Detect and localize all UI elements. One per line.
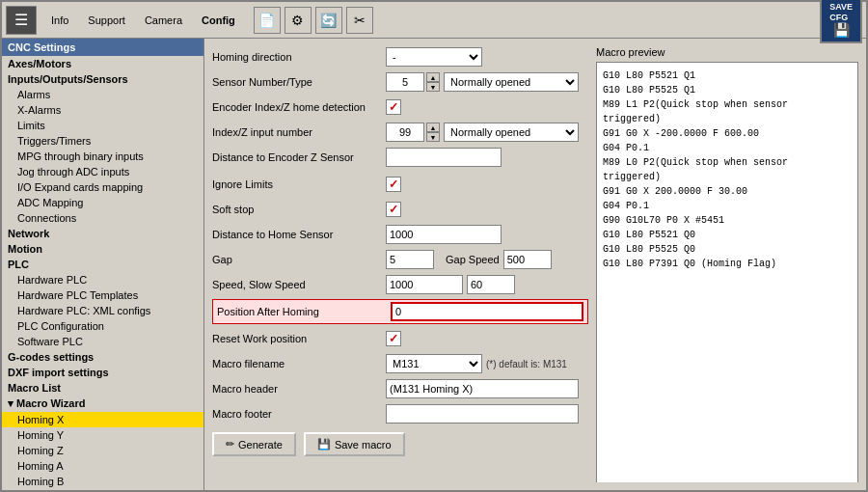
index-z-type-select[interactable]: Normally opened Normally closed: [444, 123, 579, 142]
sensor-type-select[interactable]: Normally opened Normally closed: [444, 72, 579, 92]
homing-direction-control: - +: [386, 47, 588, 67]
encoder-index-label: Encoder Index/Z home detection: [212, 101, 386, 113]
macro-header-row: Macro header: [212, 378, 588, 399]
toolbar-tabs: Info Support Camera Config: [42, 12, 244, 29]
macro-header-label: Macro header: [212, 383, 386, 395]
content-area: CNC Settings Axes/Motors Inputs/Outputs/…: [2, 39, 866, 490]
gap-control: Gap Speed: [386, 250, 588, 269]
sidebar-item-hw-plc-xml[interactable]: Hardware PLC: XML configs: [2, 303, 203, 318]
position-after-label: Position After Homing: [217, 306, 391, 317]
position-after-control: [391, 302, 583, 321]
macro-footer-input[interactable]: [386, 404, 579, 424]
sidebar-item-macro-wizard[interactable]: ▾ Macro Wizard: [2, 396, 203, 412]
sensor-spinner-up[interactable]: ▲: [426, 72, 440, 82]
macro-filename-select[interactable]: M131: [386, 354, 482, 373]
sidebar-item-homing-c[interactable]: Homing C: [2, 489, 203, 490]
gap-label: Gap: [212, 254, 386, 265]
sidebar-item-sw-plc[interactable]: Software PLC: [2, 334, 203, 349]
sidebar-item-mpg[interactable]: MPG through binary inputs: [2, 149, 203, 164]
save-cfg-label: SAVECFG: [829, 2, 853, 23]
preview-line: G04 P0.1: [603, 141, 852, 155]
ignore-limits-checkbox[interactable]: [386, 177, 401, 192]
save-macro-button[interactable]: 💾 Save macro: [304, 432, 405, 456]
sidebar-item-macro-list[interactable]: Macro List: [2, 380, 203, 396]
sensor-spinner-down[interactable]: ▼: [426, 82, 440, 92]
dist-home-label: Distance to Home Sensor: [212, 229, 386, 240]
sensor-number-input[interactable]: [386, 72, 424, 92]
sidebar-item-homing-a[interactable]: Homing A: [2, 458, 203, 474]
toolbar-icon-doc[interactable]: 📄: [254, 7, 281, 34]
index-z-control: ▲ ▼ Normally opened Normally closed: [386, 123, 588, 142]
tab-config[interactable]: Config: [193, 12, 244, 29]
sidebar-item-hw-plc[interactable]: Hardware PLC: [2, 272, 203, 287]
sidebar-item-jog[interactable]: Jog through ADC inputs: [2, 164, 203, 179]
preview-line: G10 L80 P5525 Q1: [603, 83, 852, 97]
tab-support[interactable]: Support: [79, 12, 134, 29]
homing-direction-label: Homing direction: [212, 51, 386, 63]
sidebar-item-gcodes[interactable]: G-codes settings: [2, 349, 203, 365]
preview-line: G91 G0 X 200.0000 F 30.00: [603, 184, 852, 199]
macro-header-input[interactable]: [386, 379, 579, 398]
sidebar-item-plc-config[interactable]: PLC Configuration: [2, 318, 203, 334]
encoder-index-row: Encoder Index/Z home detection: [212, 96, 588, 118]
speed-input[interactable]: [386, 275, 463, 294]
sidebar-item-limits[interactable]: Limits: [2, 118, 203, 133]
toolbar-icons: 📄 ⚙ 🔄 ✂: [254, 7, 373, 34]
macro-filename-control: M131 (*) default is: M131: [386, 354, 588, 373]
sidebar-item-axes[interactable]: Axes/Motors: [2, 56, 203, 71]
gap-input[interactable]: [386, 250, 434, 269]
homing-direction-select[interactable]: - +: [386, 47, 482, 67]
sidebar-item-io-expand[interactable]: I/O Expand cards mapping: [2, 179, 203, 195]
sidebar-item-adc[interactable]: ADC Mapping: [2, 195, 203, 210]
sidebar-item-connections[interactable]: Connections: [2, 210, 203, 226]
bottom-buttons: ✏ Generate 💾 Save macro: [212, 432, 588, 456]
index-z-down[interactable]: ▼: [426, 132, 440, 142]
preview-line: G10 L80 P5525 Q0: [603, 242, 852, 257]
slow-speed-input[interactable]: [467, 275, 515, 294]
soft-stop-checkbox[interactable]: [386, 202, 401, 217]
position-after-input[interactable]: [391, 302, 583, 321]
menu-button[interactable]: ☰: [6, 6, 37, 35]
soft-stop-control: [386, 202, 588, 217]
main-panel: Homing direction - + Sensor Number/Type: [204, 39, 866, 490]
dist-home-input[interactable]: [386, 225, 502, 244]
menu-icon: ☰: [14, 11, 28, 29]
preview-line: G10 L80 P7391 Q0 (Homing Flag): [603, 257, 852, 271]
sidebar-item-motion[interactable]: Motion: [2, 241, 203, 257]
sidebar-item-homing-x[interactable]: Homing X: [2, 412, 203, 427]
dist-encoder-input[interactable]: [386, 148, 502, 167]
sidebar-item-network[interactable]: Network: [2, 226, 203, 241]
toolbar-icon-camera[interactable]: 🔄: [315, 7, 342, 34]
tab-camera[interactable]: Camera: [136, 12, 191, 29]
tab-info[interactable]: Info: [42, 12, 77, 29]
sidebar-item-homing-b[interactable]: Homing B: [2, 474, 203, 489]
sidebar-item-io[interactable]: Inputs/Outputs/Sensors: [2, 71, 203, 87]
sidebar-item-xalarms[interactable]: X-Alarms: [2, 102, 203, 118]
sidebar-item-alarms[interactable]: Alarms: [2, 87, 203, 102]
sidebar-item-plc[interactable]: PLC: [2, 257, 203, 272]
preview-line: G10 L80 P5521 Q0: [603, 228, 852, 242]
reset-work-label: Reset Work position: [212, 333, 386, 344]
sidebar-item-dxf[interactable]: DXF import settings: [2, 365, 203, 380]
toolbar-icon-cut[interactable]: ✂: [346, 7, 373, 34]
index-z-up[interactable]: ▲: [426, 123, 440, 132]
save-cfg-button[interactable]: SAVECFG 💾: [820, 0, 862, 43]
sidebar-item-triggers[interactable]: Triggers/Timers: [2, 133, 203, 149]
sidebar-item-hw-plc-templates[interactable]: Hardware PLC Templates: [2, 287, 203, 303]
preview-line: G10 L80 P5521 Q1: [603, 68, 852, 83]
toolbar-icon-settings[interactable]: ⚙: [285, 7, 312, 34]
soft-stop-row: Soft stop: [212, 199, 588, 220]
reset-work-checkbox[interactable]: [386, 331, 401, 346]
sidebar-item-homing-z[interactable]: Homing Z: [2, 443, 203, 458]
generate-button[interactable]: ✏ Generate: [212, 432, 296, 456]
preview-line: G91 G0 X -200.0000 F 600.00: [603, 126, 852, 141]
ignore-limits-label: Ignore Limits: [212, 178, 386, 190]
sidebar-header: CNC Settings: [2, 39, 203, 56]
preview-line: G04 P0.1: [603, 199, 852, 213]
index-z-input[interactable]: [386, 123, 424, 142]
gap-speed-input[interactable]: [503, 250, 552, 269]
sidebar-item-homing-y[interactable]: Homing Y: [2, 427, 203, 443]
preview-line: M89 L0 P2(Quick stop when sensor trigger…: [603, 155, 852, 184]
encoder-index-checkbox[interactable]: [386, 99, 401, 115]
dist-home-row: Distance to Home Sensor: [212, 224, 588, 245]
